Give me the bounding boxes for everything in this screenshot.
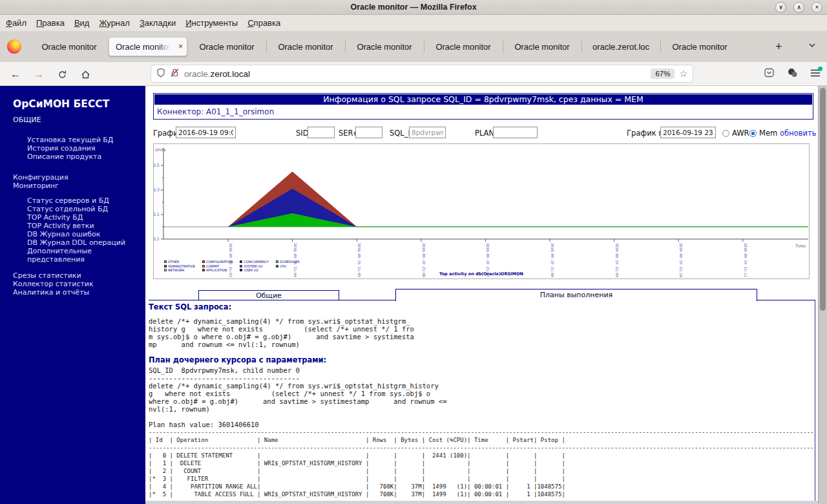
- menu-bar: ФайлПравкаВидЖурналЗакладкиИнструментыСп…: [0, 15, 827, 31]
- legend-label: CPU: [280, 264, 286, 268]
- sqlid-input[interactable]: [409, 127, 446, 138]
- tab-title: Oracle monitor: [357, 42, 412, 52]
- horizontal-scrollbar[interactable]: [145, 501, 818, 504]
- close-icon[interactable]: ×: [811, 2, 822, 13]
- reload-icon[interactable]: [54, 67, 70, 82]
- sidebar-link[interactable]: Описание продукта: [13, 152, 145, 161]
- menu-item[interactable]: Правка: [36, 18, 65, 28]
- svg-text:0,5: 0,5: [154, 163, 160, 168]
- window-title: Oracle monitor — Mozilla Firefox: [350, 3, 476, 12]
- mem-radio[interactable]: [749, 130, 757, 137]
- sidebar-link[interactable]: TOP Activity ветки: [13, 222, 145, 230]
- sql-text-block: delete /*+ dynamic_sampling(4) */ from s…: [149, 317, 815, 348]
- menu-item[interactable]: Инструменты: [185, 18, 238, 28]
- execution-plan-table: ----------------------------------------…: [149, 428, 815, 498]
- plan-input[interactable]: [493, 127, 538, 138]
- browser-tab[interactable]: Oracle monitor: [187, 31, 266, 62]
- tab-title: Oracle monitor: [672, 42, 727, 52]
- tab-bar: Oracle monitorOracle monitor×Oracle moni…: [0, 31, 827, 62]
- main-panel: Информация о SQL запросе SQL_ID = 8pdvrp…: [145, 86, 818, 504]
- svg-text:0,1: 0,1: [154, 212, 160, 217]
- tab-title: Oracle monitor: [41, 42, 96, 52]
- sidebar-link[interactable]: Аналитика и отчёты: [13, 288, 145, 297]
- home-icon[interactable]: [78, 67, 93, 82]
- tab-title: Oracle monitor: [514, 42, 569, 52]
- chart-to-input[interactable]: [660, 127, 716, 138]
- scrollbar-thumb[interactable]: [820, 88, 826, 311]
- refresh-link[interactable]: обновить: [780, 129, 816, 138]
- legend-swatch: [202, 265, 205, 268]
- tab-strip: Oracle monitorOracle monitor×Oracle moni…: [30, 31, 739, 62]
- plan-label: PLAN: [475, 129, 494, 138]
- tab-general[interactable]: Общие: [198, 290, 339, 300]
- menu-item[interactable]: Журнал: [99, 18, 129, 28]
- sidebar-link[interactable]: TOP Activity БД: [13, 213, 145, 222]
- url-domain: zerot.local: [211, 69, 251, 79]
- ser-input[interactable]: [355, 127, 382, 138]
- bookmark-star-icon[interactable]: ☆: [679, 68, 687, 79]
- hamburger-menu-icon[interactable]: [810, 68, 821, 80]
- insecure-lock-icon[interactable]: [170, 68, 180, 80]
- new-tab-button[interactable]: +: [775, 40, 782, 54]
- navigation-bar: ← → oracle.zerot.local 67% ☆: [0, 62, 827, 86]
- menu-item[interactable]: Справка: [247, 18, 280, 28]
- connector-line: Коннектор: A01_1_1_orsimon: [154, 105, 813, 119]
- tab-title: Oracle monitor: [116, 42, 170, 52]
- chart-from-input[interactable]: [176, 127, 236, 138]
- account-icon[interactable]: [786, 67, 799, 81]
- tab-close-icon[interactable]: ×: [178, 41, 183, 52]
- browser-tab[interactable]: Oracle monitor: [503, 31, 581, 62]
- shield-icon[interactable]: [156, 68, 165, 80]
- sidebar-link[interactable]: Установка текущей БД: [13, 136, 145, 144]
- forward-icon[interactable]: →: [31, 67, 47, 82]
- sidebar-link[interactable]: Статус серверов и БД: [13, 196, 145, 205]
- awr-radio[interactable]: [722, 130, 729, 137]
- browser-tab[interactable]: Oracle monitor: [660, 31, 739, 62]
- window-titlebar: Oracle monitor — Mozilla Firefox ∨ ∧ ×: [0, 0, 827, 15]
- sidebar-link[interactable]: DB Журнал DDL операций: [13, 238, 145, 247]
- back-icon[interactable]: ←: [8, 67, 23, 82]
- sidebar-link[interactable]: Срезы статистики: [13, 271, 145, 280]
- legend-label: COMMIT: [206, 264, 220, 268]
- sidebar-link[interactable]: История создания: [13, 144, 145, 152]
- browser-tab[interactable]: oracle.zerot.loc: [581, 31, 660, 62]
- tab-execution-plans[interactable]: Планы выполнения: [395, 289, 757, 301]
- sidebar-link[interactable]: Коллектор статистик: [13, 280, 145, 288]
- sid-input[interactable]: [308, 127, 335, 138]
- pocket-icon[interactable]: [764, 67, 775, 81]
- url-text[interactable]: oracle.zerot.local: [184, 69, 250, 79]
- maximize-icon[interactable]: ∧: [793, 2, 804, 13]
- menu-item[interactable]: Закладки: [140, 18, 176, 28]
- minimize-icon[interactable]: ∨: [775, 2, 786, 13]
- menu-item[interactable]: Вид: [74, 18, 90, 28]
- app-title: ОрСиМОН БЕССТ: [13, 98, 145, 110]
- browser-tab[interactable]: Oracle monitor: [424, 31, 503, 62]
- sid-label: SID: [296, 129, 309, 138]
- legend-swatch: [240, 265, 242, 268]
- sidebar-link[interactable]: Дополнительные представления: [13, 247, 145, 264]
- zoom-level-badge[interactable]: 67%: [651, 68, 675, 79]
- vertical-scrollbar[interactable]: [818, 86, 827, 504]
- sidebar-link[interactable]: Мониторинг: [13, 182, 145, 190]
- menu-item[interactable]: Файл: [6, 18, 26, 28]
- sidebar-group1: Установка текущей БДИстория созданияОпис…: [13, 136, 145, 161]
- browser-tab[interactable]: Oracle monitor×: [109, 37, 187, 56]
- legend-label: SYSTEM I/O: [244, 264, 262, 268]
- sidebar-link[interactable]: DB Журнал ошибок: [13, 230, 145, 238]
- tab-title: Oracle monitor: [278, 42, 333, 52]
- page-tabs: Общие Планы выполнения: [149, 289, 815, 300]
- browser-tab[interactable]: Oracle monitor: [266, 31, 345, 62]
- window-controls: ∨ ∧ ×: [775, 2, 822, 13]
- browser-tab[interactable]: Oracle monitor: [345, 31, 424, 62]
- chart-legend: OTHERADMINISTRATIVENETWORKCONFIGURATIONC…: [164, 260, 300, 273]
- sidebar-link[interactable]: Конфигурация: [13, 173, 145, 182]
- browser-tab[interactable]: Oracle monitor: [30, 31, 109, 62]
- sidebar-link[interactable]: Статус отдельной БД: [13, 205, 145, 213]
- svg-text:Time: Time: [795, 244, 806, 249]
- legend-swatch: [202, 260, 205, 263]
- chart-canvas: 0,50,30,1-0,12016-09-19 21:032016-09-19 …: [154, 144, 809, 278]
- url-bar[interactable]: oracle.zerot.local 67% ☆: [151, 65, 693, 83]
- sidebar-group2: КонфигурацияМониторинг: [13, 173, 145, 190]
- list-tabs-chevron-icon[interactable]: [808, 41, 817, 52]
- legend-swatch: [276, 260, 278, 263]
